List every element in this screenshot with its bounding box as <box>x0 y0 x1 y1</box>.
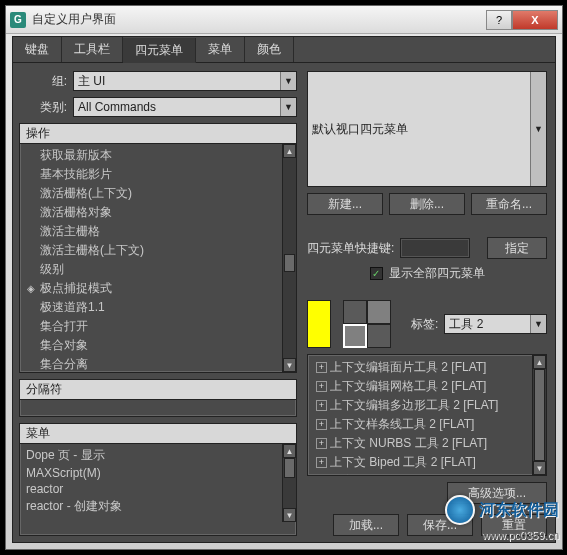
list-item[interactable]: 激活栅格(上下文) <box>24 184 292 203</box>
pin-icon: ◈ <box>26 284 36 294</box>
tree-item[interactable]: +上下文样条线工具 2 [FLAT] <box>312 415 542 434</box>
scroll-thumb[interactable] <box>284 458 295 478</box>
tab-menu[interactable]: 菜单 <box>196 37 245 62</box>
group-label: 组: <box>19 73 67 90</box>
list-item[interactable]: 级别 <box>24 260 292 279</box>
scroll-down-button[interactable]: ▼ <box>283 358 296 372</box>
quad-cell-br[interactable] <box>367 324 391 348</box>
expand-icon[interactable]: + <box>316 438 327 449</box>
quad-tree: +上下文编辑面片工具 2 [FLAT] +上下文编辑网格工具 2 [FLAT] … <box>307 354 547 476</box>
tab-strip: 键盘 工具栏 四元菜单 菜单 颜色 <box>13 37 555 63</box>
tree-item[interactable]: +上下文 NURBS 工具 2 [FLAT] <box>312 434 542 453</box>
expand-icon[interactable]: + <box>316 419 327 430</box>
separator-listbox: 分隔符 <box>19 379 297 417</box>
dropdown-arrow-icon: ▼ <box>280 72 296 90</box>
list-item[interactable]: 集合对象 <box>24 336 292 355</box>
advanced-button[interactable]: 高级选项... <box>447 482 547 504</box>
scroll-up-button[interactable]: ▲ <box>533 355 546 369</box>
reset-button[interactable]: 重置 <box>481 514 547 536</box>
app-icon: G <box>10 12 26 28</box>
dropdown-arrow-icon: ▼ <box>530 315 546 333</box>
tree-item[interactable]: +上下文编辑多边形工具 2 [FLAT] <box>312 396 542 415</box>
client-area: 键盘 工具栏 四元菜单 菜单 颜色 组: 主 UI ▼ 类别: All <box>12 36 556 543</box>
actions-header[interactable]: 操作 <box>20 124 296 144</box>
dropdown-arrow-icon: ▼ <box>280 98 296 116</box>
label-combo-value: 工具 2 <box>449 316 483 333</box>
list-item[interactable]: reactor - 创建对象 <box>24 497 292 516</box>
menu-header[interactable]: 菜单 <box>20 424 296 444</box>
expand-icon[interactable]: + <box>316 457 327 468</box>
actions-scrollbar: ▲ ▼ <box>282 144 296 372</box>
label-label: 标签: <box>411 316 438 333</box>
quad-picker <box>343 300 391 348</box>
list-item[interactable]: 获取最新版本 <box>24 146 292 165</box>
list-item[interactable]: 极速道路1.1 <box>24 298 292 317</box>
window-title: 自定义用户界面 <box>32 11 486 28</box>
close-button[interactable]: X <box>512 10 558 30</box>
tab-keyboard[interactable]: 键盘 <box>13 37 62 62</box>
list-item[interactable]: Dope 页 - 显示 <box>24 446 292 465</box>
scroll-thumb[interactable] <box>284 254 295 272</box>
new-button[interactable]: 新建... <box>307 193 383 215</box>
scroll-up-button[interactable]: ▲ <box>283 144 296 158</box>
tab-quadmenu[interactable]: 四元菜单 <box>123 38 196 63</box>
rename-button[interactable]: 重命名... <box>471 193 547 215</box>
separator-header[interactable]: 分隔符 <box>20 380 296 400</box>
scroll-up-button[interactable]: ▲ <box>283 444 296 458</box>
expand-icon[interactable]: + <box>316 381 327 392</box>
shortcut-input[interactable] <box>400 238 470 258</box>
left-pane: 组: 主 UI ▼ 类别: All Commands ▼ 操作 <box>13 63 303 542</box>
dialog-window: G 自定义用户界面 ? X 键盘 工具栏 四元菜单 菜单 颜色 组: 主 UI … <box>5 5 563 550</box>
tab-toolbar[interactable]: 工具栏 <box>62 37 123 62</box>
tree-item[interactable]: +上下文 Biped 工具 2 [FLAT] <box>312 453 542 472</box>
list-item[interactable]: 集合分离 <box>24 355 292 374</box>
save-button[interactable]: 保存... <box>407 514 473 536</box>
tree-item[interactable]: +上下文编辑网格工具 2 [FLAT] <box>312 377 542 396</box>
actions-listbox: 操作 获取最新版本 基本技能影片 激活栅格(上下文) 激活栅格对象 激活主栅格 … <box>19 123 297 373</box>
menu-scrollbar: ▲ ▼ <box>282 444 296 522</box>
category-select-value: All Commands <box>78 100 156 114</box>
tab-color[interactable]: 颜色 <box>245 37 294 62</box>
actions-items: 获取最新版本 基本技能影片 激活栅格(上下文) 激活栅格对象 激活主栅格 激活主… <box>20 144 296 376</box>
quad-cell-bl[interactable] <box>343 324 367 348</box>
shortcut-label: 四元菜单快捷键: <box>307 240 394 257</box>
list-item[interactable]: 基本技能影片 <box>24 165 292 184</box>
scroll-down-button[interactable]: ▼ <box>283 508 296 522</box>
quad-cell-tl[interactable] <box>343 300 367 324</box>
quad-cell-tr[interactable] <box>367 300 391 324</box>
list-item[interactable]: 激活主栅格 <box>24 222 292 241</box>
titlebar[interactable]: G 自定义用户界面 ? X <box>6 6 562 34</box>
dropdown-arrow-icon: ▼ <box>530 72 546 186</box>
color-swatch[interactable] <box>307 300 331 348</box>
menu-listbox: 菜单 Dope 页 - 显示 MAXScript(M) reactor reac… <box>19 423 297 536</box>
help-button[interactable]: ? <box>486 10 512 30</box>
quadmenu-select[interactable]: 默认视口四元菜单 ▼ <box>307 71 547 187</box>
scroll-thumb[interactable] <box>534 369 545 461</box>
quadmenu-select-value: 默认视口四元菜单 <box>312 121 408 138</box>
tree-item[interactable]: -内容 CAT 工具 2 [FLAT] <box>312 472 542 476</box>
tree-scrollbar: ▲ ▼ <box>532 355 546 475</box>
group-select[interactable]: 主 UI ▼ <box>73 71 297 91</box>
list-item[interactable]: ◈极点捕捉模式 <box>24 279 292 298</box>
group-select-value: 主 UI <box>78 73 105 90</box>
show-all-label: 显示全部四元菜单 <box>389 265 485 282</box>
list-item[interactable]: 集合打开 <box>24 317 292 336</box>
tree-item[interactable]: +上下文编辑面片工具 2 [FLAT] <box>312 358 542 377</box>
load-button[interactable]: 加载... <box>333 514 399 536</box>
label-combo[interactable]: 工具 2 ▼ <box>444 314 547 334</box>
expand-icon[interactable]: + <box>316 362 327 373</box>
list-item[interactable]: 激活主栅格(上下文) <box>24 241 292 260</box>
category-select[interactable]: All Commands ▼ <box>73 97 297 117</box>
list-item[interactable]: 激活栅格对象 <box>24 203 292 222</box>
delete-button[interactable]: 删除... <box>389 193 465 215</box>
right-pane: 默认视口四元菜单 ▼ 新建... 删除... 重命名... 四元菜单快捷键: 指… <box>303 63 555 542</box>
category-label: 类别: <box>19 99 67 116</box>
show-all-checkbox[interactable]: ✓ <box>370 267 383 280</box>
list-item[interactable]: MAXScript(M) <box>24 465 292 481</box>
scroll-down-button[interactable]: ▼ <box>533 461 546 475</box>
assign-button[interactable]: 指定 <box>487 237 547 259</box>
expand-icon[interactable]: + <box>316 400 327 411</box>
list-item[interactable]: reactor <box>24 481 292 497</box>
